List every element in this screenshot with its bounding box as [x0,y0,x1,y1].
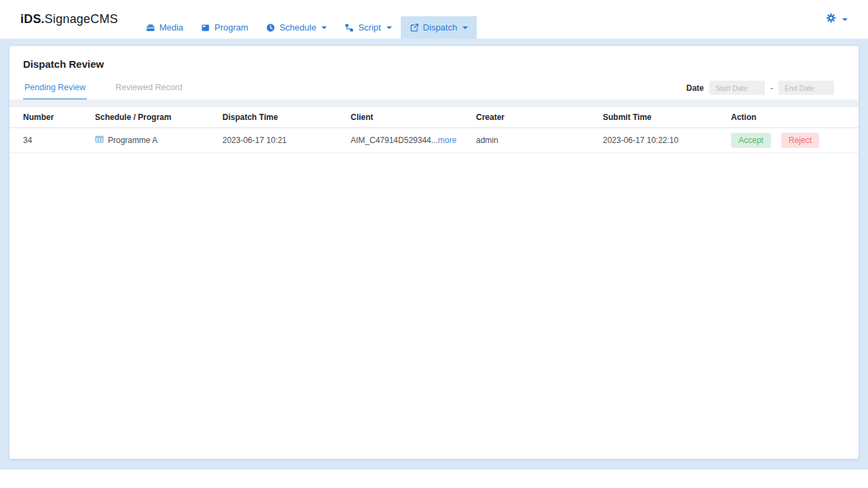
gear-icon [826,13,836,26]
end-date-input[interactable] [778,81,834,95]
tabs-row: Pending Review Reviewed Record Date - [9,80,859,100]
table-row: 34 Programme A 2023-06-17 10:21 AIM_C479… [9,127,859,152]
col-number: Number [9,107,81,127]
col-action: Action [717,107,859,127]
nav-item-media[interactable]: Media [137,16,192,39]
client-more-link[interactable]: more [438,136,456,145]
table-header-row: Number Schedule / Program Dispatch Time … [9,107,859,127]
cell-action: Accept Reject [717,127,859,152]
nav-item-dispatch[interactable]: Dispatch [401,16,477,39]
cell-client: AIM_C47914D529344...more [337,127,462,152]
reject-button[interactable]: Reject [781,133,819,148]
cell-creater: admin [462,127,589,152]
nav-label: Schedule [279,22,316,33]
chevron-down-icon [321,26,327,29]
date-filter: Date - [686,81,834,99]
col-client: Client [337,107,462,127]
content-area: Dispatch Review Pending Review Reviewed … [0,39,868,470]
client-name: AIM_C47914D529344... [351,136,438,145]
brand-rest: SignageCMS [45,12,118,26]
cell-dispatch-time: 2023-06-17 10:21 [209,127,337,152]
program-table-icon [95,135,104,146]
accept-button[interactable]: Accept [731,133,771,148]
nav-item-script[interactable]: Script [336,16,400,39]
program-icon [201,23,210,33]
top-nav-bar: iDS.SignageCMS Media Program Schedule [0,0,868,39]
nav-label: Script [358,22,380,33]
chevron-down-icon [387,26,392,29]
page-title: Dispatch Review [23,58,859,70]
section-divider [9,100,859,107]
brand-bold: iDS. [20,12,45,26]
program-name: Programme A [108,136,157,145]
script-icon [344,23,354,33]
col-dispatch-time: Dispatch Time [209,107,337,127]
chevron-down-icon [462,26,468,29]
nav-item-program[interactable]: Program [192,16,257,39]
media-icon [146,23,155,33]
nav-label: Media [159,22,183,33]
schedule-icon [266,23,275,33]
start-date-input[interactable] [709,81,765,95]
date-filter-label: Date [686,83,704,93]
dispatch-icon [410,23,419,33]
date-range-separator: - [770,83,773,93]
dispatch-review-panel: Dispatch Review Pending Review Reviewed … [9,46,859,459]
nav-label: Dispatch [423,22,458,33]
cell-number: 34 [9,127,81,152]
main-nav: Media Program Schedule Script [137,0,477,39]
chevron-down-icon [842,18,848,21]
brand-logo[interactable]: iDS.SignageCMS [20,0,118,39]
cell-submit-time: 2023-06-17 10:22:10 [589,127,717,152]
tab-reviewed-record[interactable]: Reviewed Record [114,80,184,100]
tab-pending-review[interactable]: Pending Review [23,80,87,100]
col-submit-time: Submit Time [589,107,717,127]
nav-item-schedule[interactable]: Schedule [257,16,336,39]
col-creater: Creater [462,107,589,127]
col-schedule-program: Schedule / Program [81,107,209,127]
settings-menu[interactable] [826,0,848,39]
nav-label: Program [214,22,248,33]
cell-schedule-program: Programme A [81,127,209,152]
tabs: Pending Review Reviewed Record [23,80,184,100]
pending-review-table: Number Schedule / Program Dispatch Time … [9,107,859,153]
